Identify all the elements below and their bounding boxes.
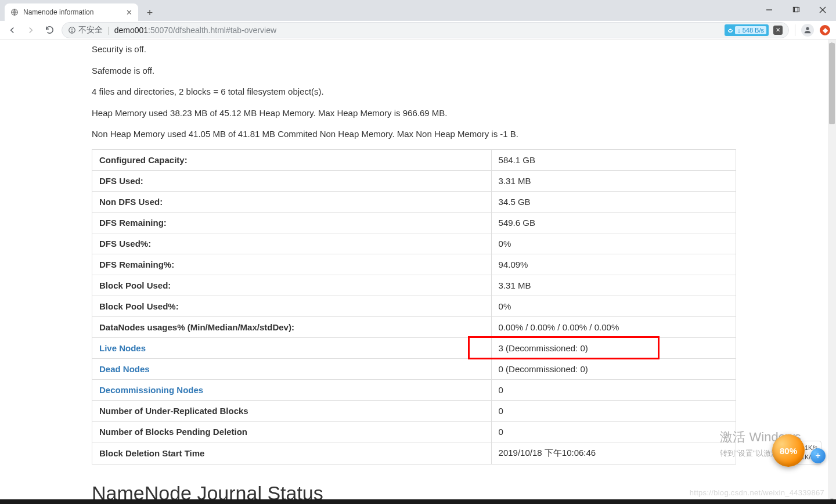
network-percent-bubble[interactable]: 80% [772,434,805,467]
profile-avatar-icon[interactable] [801,24,814,37]
tab-title: Namenode information [23,8,93,16]
summary-label: DataNodes usages% (Min/Median/Max/stdDev… [92,316,492,337]
floating-add-button[interactable]: + [810,448,826,463]
summary-label: DFS Remaining%: [92,254,492,275]
summary-label: DFS Used%: [92,233,492,254]
table-row: Number of Under-Replicated Blocks0 [92,400,736,421]
summary-value: 0 [491,400,736,421]
summary-value: 584.1 GB [491,149,736,170]
scrollbar-thumb[interactable] [829,43,835,124]
browser-chrome: Namenode information ✕ + 不安全 [0,0,836,39]
svg-rect-2 [794,8,798,12]
status-fs-objects: 4 files and directories, 2 blocks = 6 to… [92,85,736,99]
minimize-button[interactable] [756,0,783,20]
page-viewport: Security is off. Safemode is off. 4 file… [0,39,828,504]
summary-link[interactable]: Decommissioning Nodes [99,385,203,395]
tab-close-icon[interactable]: ✕ [126,8,132,17]
table-row: Live Nodes3 (Decommissioned: 0) [92,337,736,358]
not-secure-badge: 不安全 [68,25,103,35]
summary-label: Dead Nodes [92,358,492,379]
summary-value: 0.00% / 0.00% / 0.00% / 0.00% [491,316,736,337]
summary-label: Non DFS Used: [92,191,492,212]
status-security: Security is off. [92,43,736,56]
summary-value: 0 (Decommissioned: 0) [491,358,736,379]
table-row: DataNodes usages% (Min/Median/Max/stdDev… [92,316,736,337]
download-extension-badge[interactable]: ↓ 548 B/s [725,24,769,36]
table-row: DFS Remaining%:94.09% [92,254,736,275]
toolbar-separator [795,24,795,36]
status-heap: Heap Memory used 38.23 MB of 45.12 MB He… [92,107,736,120]
summary-value: 3.31 MB [491,275,736,296]
table-row: Non DFS Used:34.5 GB [92,191,736,212]
tab-bar: Namenode information ✕ + [0,0,836,21]
summary-value: 0 [491,421,736,442]
url-text: demo001:50070/dfshealth.html#tab-overvie… [114,26,276,35]
address-separator: | [107,26,110,35]
table-row: Block Pool Used%:0% [92,296,736,316]
table-row: DFS Remaining:549.6 GB [92,212,736,233]
table-row: Configured Capacity:584.1 GB [92,149,736,170]
summary-label: Configured Capacity: [92,149,492,170]
address-right-icons: ↓ 548 B/s ✕ [725,24,783,36]
table-row: Block Deletion Start Time2019/10/18 下午10… [92,442,736,464]
taskbar [0,499,836,504]
svg-point-8 [71,31,72,32]
table-row: DFS Used:3.31 MB [92,170,736,191]
window-controls [756,0,836,20]
browser-toolbar: 不安全 | demo001:50070/dfshealth.html#tab-o… [0,21,836,39]
not-secure-label: 不安全 [78,25,103,35]
extension-close-icon[interactable]: ✕ [773,26,783,35]
summary-value: 3.31 MB [491,170,736,191]
summary-value: 0 [491,379,736,400]
summary-table: Configured Capacity:584.1 GBDFS Used:3.3… [92,149,736,465]
table-row: Number of Blocks Pending Deletion0 [92,421,736,442]
summary-value: 0% [491,296,736,316]
svg-rect-3 [795,8,799,12]
new-tab-button[interactable]: + [142,5,158,21]
extension-icon[interactable]: ◆ [820,25,830,35]
maximize-button[interactable] [783,0,809,20]
summary-value: 94.09% [491,254,736,275]
globe-icon [10,8,19,16]
window-close-button[interactable] [809,0,836,20]
address-bar[interactable]: 不安全 | demo001:50070/dfshealth.html#tab-o… [62,22,789,38]
summary-value: 549.6 GB [491,212,736,233]
summary-label: Live Nodes [92,337,492,358]
status-safemode: Safemode is off. [92,64,736,78]
page-content: Security is off. Safemode is off. 4 file… [92,39,736,504]
summary-label: DFS Used: [92,170,492,191]
summary-value: 2019/10/18 下午10:06:46 [491,442,736,464]
summary-label: Block Pool Used: [92,275,492,296]
summary-value: 0% [491,233,736,254]
summary-link[interactable]: Dead Nodes [99,364,150,374]
forward-button[interactable] [24,24,37,37]
reload-button[interactable] [43,24,56,37]
browser-tab[interactable]: Namenode information ✕ [5,3,138,21]
back-button[interactable] [6,24,19,37]
table-row: Dead Nodes0 (Decommissioned: 0) [92,358,736,379]
summary-label: Number of Blocks Pending Deletion [92,421,492,442]
summary-label: Block Deletion Start Time [92,442,492,464]
summary-label: Decommissioning Nodes [92,379,492,400]
svg-point-9 [806,27,809,30]
summary-link[interactable]: Live Nodes [99,343,146,353]
summary-label: Block Pool Used%: [92,296,492,316]
summary-label: DFS Remaining: [92,212,492,233]
table-row: DFS Used%:0% [92,233,736,254]
table-row: Block Pool Used:3.31 MB [92,275,736,296]
status-nonheap: Non Heap Memory used 41.05 MB of 41.81 M… [92,128,736,141]
vertical-scrollbar[interactable]: ▲ ▼ [828,39,836,504]
summary-label: Number of Under-Replicated Blocks [92,400,492,421]
summary-value: 34.5 GB [491,191,736,212]
summary-value: 3 (Decommissioned: 0) [491,337,736,358]
table-row: Decommissioning Nodes0 [92,379,736,400]
